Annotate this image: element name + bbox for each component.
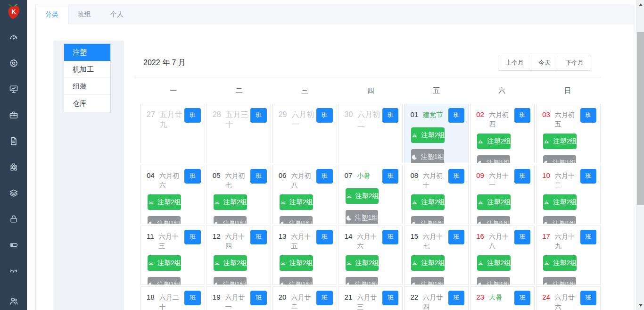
tab-category[interactable]: 分类 [36,5,68,24]
calendar-cell[interactable]: 22六月廿四班注塑2组注塑1组 [404,286,469,310]
day-shift-button[interactable]: 注塑2组 [148,194,181,210]
settings-icon[interactable] [8,58,18,68]
night-shift-button[interactable]: 注塑1组 [477,277,510,285]
day-shift-button[interactable]: 注塑2组 [280,255,313,271]
shift-badge-button[interactable]: 班 [514,108,531,123]
night-shift-button[interactable]: 注塑1组 [543,155,576,163]
today-button[interactable]: 今天 [531,55,558,71]
calendar-cell[interactable]: 02六月初四班注塑2组注塑1组 [470,104,535,163]
calendar-cell[interactable]: 28五月三十班 [206,104,271,163]
document-icon[interactable] [8,136,18,146]
scroll-up-button[interactable] [636,1,644,8]
calendar-cell[interactable]: 14六月十六班注塑2组注塑1组 [339,226,403,285]
shift-badge-button[interactable]: 班 [316,108,333,123]
shift-badge-button[interactable]: 班 [250,169,267,184]
category-item[interactable]: 机加工 [64,61,110,78]
day-shift-button[interactable]: 注塑2组 [411,255,445,271]
calendar-cell[interactable]: 07小暑班注塑2组注塑1组 [339,165,403,224]
calendar-cell[interactable]: 03六月初五班注塑2组注塑1组 [536,104,601,163]
lock-icon[interactable] [8,214,18,224]
calendar-cell[interactable]: 10六月十二班注塑2组注塑1组 [536,165,601,224]
day-shift-button[interactable]: 注塑2组 [411,127,445,143]
eye-closed-icon[interactable] [8,266,18,276]
dashboard-icon[interactable] [8,32,18,42]
shift-badge-button[interactable]: 班 [316,230,333,244]
layers-icon[interactable] [8,188,18,198]
calendar-cell[interactable]: 18六月二十班注塑2组注塑1组 [140,286,205,310]
prev-month-button[interactable]: 上个月 [498,55,531,71]
night-shift-button[interactable]: 注塑1组 [214,216,247,224]
calendar-cell[interactable]: 19六月廿一班注塑2组注塑1组 [206,286,271,310]
shift-badge-button[interactable]: 班 [448,108,465,123]
night-shift-button[interactable]: 注塑1组 [346,277,379,285]
shift-badge-button[interactable]: 班 [382,230,399,244]
calendar-cell[interactable]: 21六月廿三班注塑2组注塑1组 [339,286,403,310]
calendar-cell[interactable]: 17六月十九班注塑2组注塑1组 [536,226,601,285]
shift-badge-button[interactable]: 班 [448,169,465,184]
shift-badge-button[interactable]: 班 [316,169,333,184]
tab-group[interactable]: 班组 [68,5,101,24]
calendar-cell[interactable]: 01建党节班注塑2组注塑1组 [404,104,469,163]
shift-badge-button[interactable]: 班 [514,169,531,184]
shift-badge-button[interactable]: 班 [382,291,399,305]
night-shift-button[interactable]: 注塑1组 [411,216,444,224]
night-shift-button[interactable]: 注塑1组 [148,277,181,285]
shift-badge-button[interactable]: 班 [184,108,201,123]
night-shift-button[interactable]: 注塑1组 [280,277,313,285]
night-shift-button[interactable]: 注塑1组 [543,277,576,285]
calendar-cell[interactable]: 12六月十四班注塑2组注塑1组 [206,226,271,285]
category-item[interactable]: 注塑 [64,44,110,61]
calendar-cell[interactable]: 27五月廿九班 [140,104,205,163]
night-shift-button[interactable]: 注塑1组 [214,277,247,285]
chart-board-icon[interactable] [8,84,18,94]
scrollbar-track[interactable] [636,0,644,310]
day-shift-button[interactable]: 注塑2组 [477,134,511,149]
users-icon[interactable] [8,296,18,306]
day-shift-button[interactable]: 注塑2组 [214,194,247,210]
calendar-cell[interactable]: 16六月十八班注塑2组注塑1组 [470,226,535,285]
calendar-cell[interactable]: 13六月十五班注塑2组注塑1组 [272,226,337,285]
night-shift-button[interactable]: 注塑1组 [411,149,444,163]
shift-badge-button[interactable]: 班 [580,108,597,123]
calendar-cell[interactable]: 05六月初七班注塑2组注塑1组 [206,165,271,224]
night-shift-button[interactable]: 注塑1组 [280,216,313,224]
shift-badge-button[interactable]: 班 [250,108,267,123]
shift-badge-button[interactable]: 班 [448,291,465,305]
shift-badge-button[interactable]: 班 [250,291,267,305]
calendar-cell[interactable]: 06六月初八班注塑2组注塑1组 [272,165,337,224]
next-month-button[interactable]: 下个月 [558,55,591,71]
night-shift-button[interactable]: 注塑1组 [411,277,444,285]
shift-badge-button[interactable]: 班 [580,169,597,184]
category-item[interactable]: 仓库 [64,95,110,112]
day-shift-button[interactable]: 注塑2组 [477,255,511,271]
tab-personal[interactable]: 个人 [101,5,133,24]
briefcase-icon[interactable] [8,110,18,120]
shift-badge-button[interactable]: 班 [382,108,399,123]
calendar-cell[interactable]: 04六月初六班注塑2组注塑1组 [140,165,205,224]
day-shift-button[interactable]: 注塑2组 [543,134,577,149]
day-shift-button[interactable]: 注塑2组 [543,194,577,210]
calendar-cell[interactable]: 08六月初十班注塑2组注塑1组 [404,165,469,224]
scrollbar-thumb[interactable] [637,32,644,205]
day-shift-button[interactable]: 注塑2组 [346,255,379,271]
shift-badge-button[interactable]: 班 [250,230,267,244]
night-shift-button[interactable]: 注塑1组 [477,155,510,163]
day-shift-button[interactable]: 注塑2组 [346,188,379,204]
calendar-cell[interactable]: 20六月廿二班注塑2组注塑1组 [272,286,337,310]
shift-badge-button[interactable]: 班 [184,230,201,244]
day-shift-button[interactable]: 注塑2组 [411,194,445,210]
app-logo[interactable]: K [5,3,22,22]
day-shift-button[interactable]: 注塑2组 [214,255,247,271]
puzzle-icon[interactable] [8,162,18,172]
shift-badge-button[interactable]: 班 [514,291,531,305]
shift-badge-button[interactable]: 班 [580,230,597,244]
toggle-icon[interactable] [8,240,18,250]
day-shift-button[interactable]: 注塑2组 [148,255,181,271]
calendar-cell[interactable]: 09六月十一班注塑2组注塑1组 [470,165,535,224]
calendar-cell[interactable]: 30六月初二班 [339,104,403,163]
night-shift-button[interactable]: 注塑1组 [148,216,181,224]
calendar-cell[interactable]: 29六月初一班 [272,104,337,163]
calendar-cell[interactable]: 24六月廿六班注塑2组注塑1组 [536,286,601,310]
scroll-down-button[interactable] [636,302,644,309]
shift-badge-button[interactable]: 班 [184,291,201,305]
